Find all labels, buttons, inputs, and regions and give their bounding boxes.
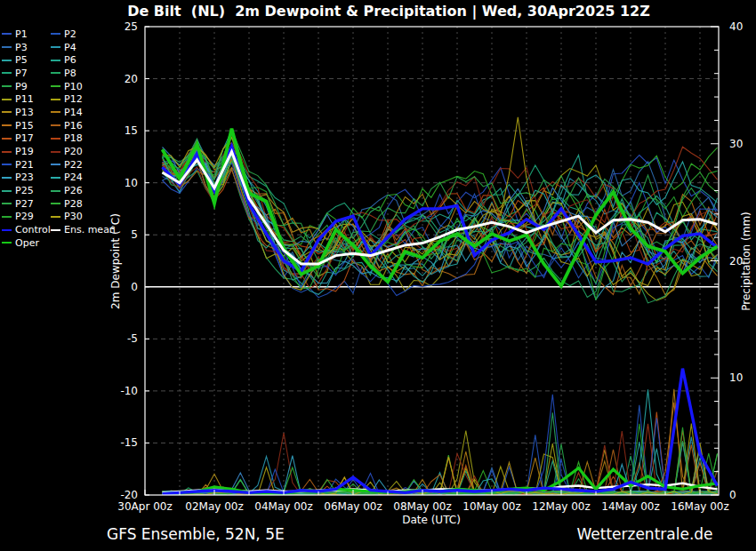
- axis-ticks: [145, 27, 719, 495]
- ensemble-member-precip-lines: [163, 389, 718, 495]
- x-tick-label: 04May 00z: [254, 500, 312, 513]
- y-right-tick-label: 40: [729, 20, 743, 33]
- ensemble-chart: 2520151050-5-10-15-2040302010030Apr 00z0…: [0, 0, 756, 551]
- x-tick-label: 08May 00z: [393, 500, 451, 513]
- y-left-tick-label: -5: [127, 332, 138, 345]
- x-tick-label: 16May 00z: [671, 500, 728, 513]
- y-right-tick-label: 10: [729, 371, 743, 384]
- y-right-tick-label: 30: [729, 138, 743, 150]
- y-left-tick-label: 5: [131, 228, 138, 241]
- y-left-tick-label: 15: [125, 124, 138, 137]
- y-right-axis-label: Precipitation (mm): [740, 212, 752, 311]
- x-tick-label: 06May 00z: [324, 500, 382, 513]
- model-caption: GFS Ensemble, 52N, 5E: [107, 525, 285, 543]
- gridlines: [145, 27, 719, 495]
- member-line-p25: [163, 153, 718, 280]
- y-left-axis-label: 2m Dewpoint (°C): [109, 213, 122, 309]
- x-tick-label: 30Apr 00z: [117, 500, 172, 513]
- plot-frame: [145, 27, 719, 495]
- y-left-tick-label: 20: [125, 73, 138, 85]
- y-left-tick-label: 25: [125, 20, 138, 33]
- x-tick-label: 02May 00z: [185, 500, 243, 513]
- wetterzentrale-ensemble-page: De Bilt (NL) 2m Dewpoint & Precipitation…: [0, 0, 756, 551]
- site-caption: Wetterzentrale.de: [569, 525, 720, 543]
- x-axis-label: Date (UTC): [402, 514, 461, 526]
- x-tick-label: 10May 00z: [462, 500, 520, 513]
- y-left-tick-label: -10: [120, 385, 138, 397]
- y-left-tick-label: 10: [125, 177, 138, 189]
- y-right-tick-label: 0: [729, 489, 736, 501]
- y-left-tick-label: 0: [131, 281, 138, 293]
- y-left-tick-label: -20: [120, 489, 138, 501]
- x-tick-label: 12May 00z: [532, 500, 590, 513]
- y-left-tick-label: -15: [120, 436, 138, 449]
- x-tick-label: 14May 00z: [601, 500, 659, 513]
